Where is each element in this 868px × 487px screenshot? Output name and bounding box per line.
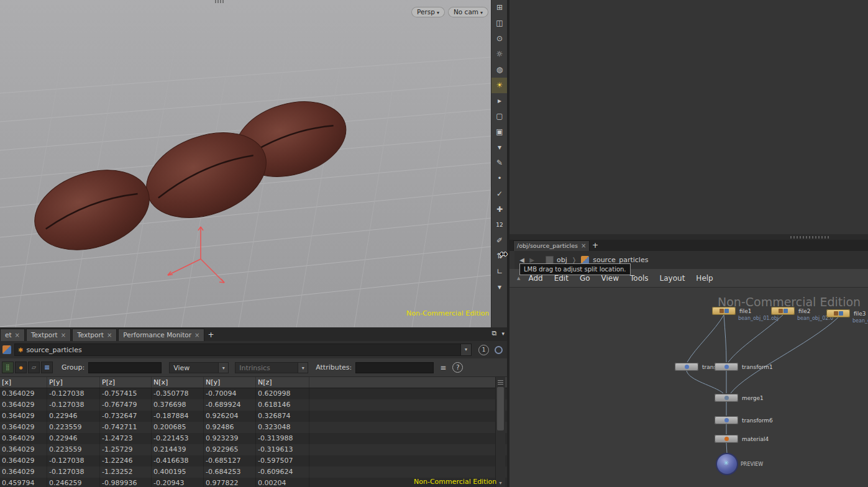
group-dot-icon[interactable]: • (491, 171, 508, 186)
pane-splitter-horizontal[interactable] (509, 234, 868, 240)
network-editor-canvas[interactable]: Non-Commercial Edition transf file1 bean (509, 288, 868, 487)
header-filler (309, 377, 507, 388)
edit-plus-icon[interactable]: ✚ (491, 202, 508, 217)
view-menu-label: Persp (417, 8, 435, 16)
float-pane-icon[interactable] (492, 329, 497, 337)
pane-menu-icon[interactable] (501, 329, 505, 337)
scroll-down-icon[interactable]: ▾ (491, 280, 508, 295)
column-menu-icon[interactable] (440, 363, 446, 372)
cell-py: 0.22946 (47, 411, 100, 422)
path-dropdown-icon[interactable] (460, 344, 471, 355)
lighting-icon[interactable]: ☀ (491, 78, 508, 93)
handles-icon[interactable]: ✎ (491, 155, 508, 171)
flyout-right-icon[interactable]: ▸ (491, 93, 508, 109)
table-row[interactable]: 0.364029 0.223559 -1.25729 0.214439 0.92… (0, 444, 507, 455)
splitter-grip-icon[interactable] (790, 236, 830, 239)
group-input[interactable] (88, 362, 162, 373)
cell-nz: 0.323048 (256, 422, 309, 433)
menu-scroll-icon[interactable]: ▲ (517, 276, 520, 281)
frame-badge[interactable]: 12 (491, 217, 508, 233)
forward-icon[interactable] (527, 257, 537, 263)
table-row[interactable]: 0.364029 0.22946 -0.732647 -0.187884 0.9… (0, 411, 507, 422)
primitives-level-icon[interactable] (28, 362, 40, 373)
column-header: N[y] (204, 377, 256, 388)
cell-filler (309, 455, 507, 467)
table-scrollbar[interactable] (495, 377, 505, 487)
tab-label: Textport (31, 329, 58, 341)
menu-layout[interactable]: Layout (654, 269, 691, 288)
follow-selection-icon[interactable] (495, 346, 503, 354)
lock-icon[interactable]: ⊙ (491, 31, 508, 47)
new-tab-button[interactable] (590, 240, 600, 251)
close-icon[interactable] (107, 329, 112, 341)
pane-stow-icon[interactable] (509, 251, 514, 269)
new-tab-button[interactable] (206, 329, 216, 341)
points-level-icon[interactable] (2, 362, 14, 373)
back-icon[interactable] (517, 257, 527, 263)
tab-textport-2[interactable]: Textport (72, 329, 117, 341)
node-label: merge1 (742, 395, 764, 401)
scroll-down-icon[interactable] (496, 480, 505, 487)
table-row[interactable]: 0.364029 0.223559 -0.742711 0.200685 0.9… (0, 422, 507, 433)
menu-help[interactable]: Help (690, 269, 718, 288)
cell-py: -0.127038 (47, 388, 100, 399)
attributes-label: Attributes: (316, 363, 352, 371)
intrinsics-dropdown[interactable]: Intrinsics (235, 362, 298, 373)
cell-py: -0.127038 (47, 455, 100, 467)
tab-textport-1[interactable]: Textport (26, 329, 71, 341)
attributes-input[interactable] (355, 362, 434, 373)
table-row[interactable]: 0.364029 -0.127038 -1.23252 0.400195 -0.… (0, 467, 507, 478)
node-path-field[interactable]: ✱ source_particles (14, 344, 472, 356)
network-tab-bar: /obj/source_particles (509, 240, 868, 251)
empty-pane[interactable] (509, 0, 868, 234)
intrinsics-dropdown-arrow-icon[interactable] (298, 362, 308, 373)
node-label: file2 (798, 308, 810, 314)
scene-viewport[interactable]: Persp▾ No cam▾ Non-Commercial Edition (0, 0, 491, 327)
cell-nx: -0.221453 (152, 433, 204, 444)
viewport-layout-icon[interactable]: ◫ (491, 16, 508, 31)
tab-obj-source-particles[interactable]: /obj/source_particles (513, 240, 590, 251)
table-header: [x] P[y] P[z] N[x] N[y] N[z] (0, 377, 507, 388)
tab-performance-monitor[interactable]: Performance Monitor (118, 329, 204, 341)
table-row[interactable]: 0.364029 0.22946 -1.24723 -0.221453 0.92… (0, 433, 507, 444)
file-badge-icon (839, 311, 843, 316)
cell-py: 0.223559 (47, 422, 100, 433)
close-icon[interactable] (581, 241, 586, 251)
view-menu-button[interactable]: Persp▾ (411, 7, 445, 17)
shade-sphere-icon[interactable]: ◍ (491, 62, 508, 78)
close-icon[interactable] (61, 329, 66, 341)
cell-nx: 0.214439 (152, 444, 204, 455)
cell-filler (309, 388, 507, 399)
headlight-icon[interactable]: ☼ (491, 47, 508, 62)
spreadsheet-toolbar: Group: View Intrinsics Attributes: (0, 358, 507, 377)
node-path-value: source_particles (26, 346, 460, 354)
camera-menu-button[interactable]: No cam▾ (448, 7, 488, 17)
brush-icon[interactable]: ✐ (491, 233, 508, 248)
table-row[interactable]: 0.364029 -0.127038 -0.767479 0.376698 -0… (0, 399, 507, 411)
scrollbar-grip-icon[interactable] (498, 379, 503, 385)
vertices-level-icon[interactable] (15, 362, 27, 373)
snapshot-icon[interactable]: ▣ (491, 124, 508, 140)
spreadsheet-watermark: Non-Commercial Edition (414, 478, 496, 486)
visibility-check-icon[interactable]: ✓ (491, 186, 508, 202)
snap-grid-icon[interactable]: ⊞ (491, 0, 508, 16)
null-node-icon[interactable] (717, 454, 737, 474)
view-dropdown[interactable]: View (169, 362, 219, 373)
character-icon[interactable]: ▢ (491, 109, 508, 124)
table-row[interactable]: 0.364029 -0.127038 -1.22246 -0.416638 -0… (0, 455, 507, 467)
measure-icon[interactable]: ∟ (491, 264, 508, 280)
cell-nz: -0.319613 (256, 444, 309, 455)
view-dropdown-arrow-icon[interactable] (219, 362, 229, 373)
cell-pz: -1.22246 (100, 455, 152, 467)
tab-sheet[interactable]: et (0, 329, 25, 341)
cell-nz: 0.326874 (256, 411, 309, 422)
detail-level-icon[interactable] (41, 362, 53, 373)
scrollbar-thumb[interactable] (497, 387, 504, 430)
table-row[interactable]: 0.364029 -0.127038 -0.757415 -0.350778 -… (0, 388, 507, 399)
flyout-down-icon[interactable]: ▾ (491, 140, 508, 155)
help-icon[interactable] (452, 362, 463, 373)
pane-grip[interactable] (215, 0, 225, 3)
cell-ny: 0.922965 (204, 444, 256, 455)
close-icon[interactable] (194, 329, 199, 341)
close-icon[interactable] (15, 329, 20, 341)
